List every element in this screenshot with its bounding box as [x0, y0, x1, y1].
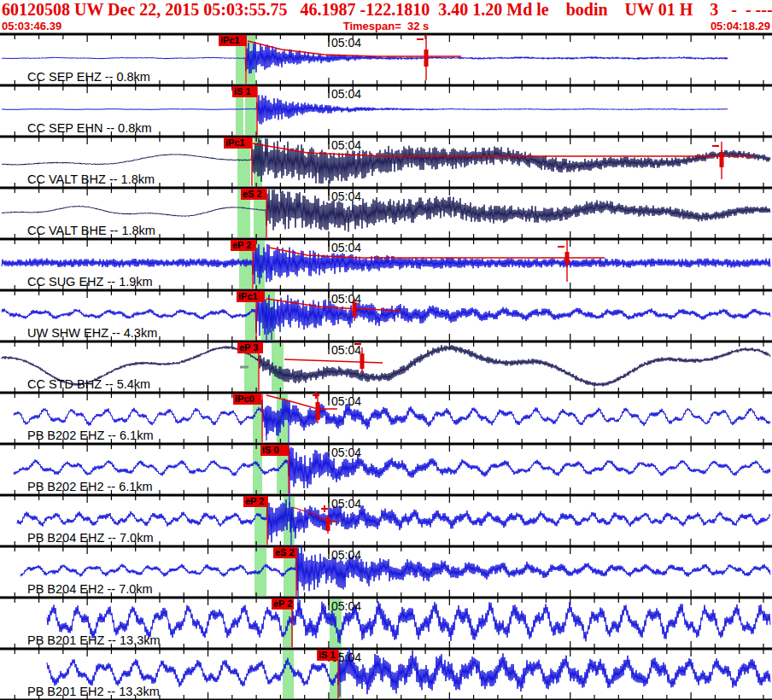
minute-label: 05:04 — [331, 241, 361, 254]
phase-pick-flag[interactable]: eS 2 — [273, 547, 297, 558]
phase-pick-flag[interactable]: iPc1 — [224, 137, 252, 149]
phase-pick-flag[interactable]: eP 2 — [231, 240, 256, 251]
seismogram-trace[interactable] — [2, 42, 728, 73]
seismic-pick-window: 60120508 UW Dec 22, 2015 05:03:55.75 46.… — [0, 0, 772, 700]
minute-label: 05:04 — [331, 446, 361, 459]
minute-label: 05:04 — [331, 599, 361, 613]
minute-label: 05:04 — [331, 343, 361, 357]
panel-border — [0, 392, 772, 394]
panel-border — [0, 494, 772, 497]
coda-decay-line — [253, 143, 755, 156]
coda-duration-handle[interactable] — [720, 152, 724, 167]
station-channel-label: PB B204 EH2 -- 7.0km — [27, 582, 153, 596]
coda-decay-line — [284, 359, 383, 363]
panel-border — [0, 33, 772, 36]
phase-pick-flag[interactable]: eS 2 — [241, 189, 266, 200]
phase-pick-flag[interactable]: iS 0 — [260, 445, 289, 456]
phase-pick-flag[interactable]: iPc1 — [237, 291, 265, 302]
phase-pick-flag[interactable]: iS 1 — [317, 650, 338, 661]
panel-border — [0, 443, 772, 446]
minute-label: 05:04 — [331, 138, 361, 152]
station-channel-label: PB B202 EH2 -- 6.1km — [27, 480, 153, 493]
coda-duration-handle[interactable] — [565, 252, 570, 265]
minute-label: 05:04 — [331, 292, 361, 306]
minute-label: 05:04 — [331, 87, 361, 101]
station-channel-label: CC SEP EHN -- 0.8km — [27, 121, 152, 135]
panel-border — [0, 187, 772, 190]
station-channel-label: PB B201 EH2 -- 13.3km — [27, 685, 160, 698]
phase-pick-flag[interactable]: eP 3 — [237, 342, 263, 353]
station-channel-label: CC SEP EHZ -- 0.8km — [27, 70, 150, 84]
coda-decay-line — [269, 248, 605, 258]
station-channel-label: UW SHW EHZ -- 4.3km — [27, 326, 157, 340]
minute-label: 05:04 — [331, 394, 361, 408]
panel-border — [0, 341, 772, 343]
minute-label: 05:04 — [331, 548, 361, 562]
station-channel-label: CC STD BHZ -- 5.4km — [27, 377, 150, 391]
panel-border — [0, 238, 772, 241]
minute-label: 05:04 — [331, 190, 361, 203]
panel-border — [0, 597, 772, 599]
station-channel-label: PB B204 EHZ -- 7.0km — [27, 531, 153, 545]
panel-border — [0, 648, 772, 650]
minute-label: 05:04 — [331, 36, 361, 50]
station-channel-label: PB B202 EHZ -- 6.1km — [27, 429, 153, 442]
coda-decay-line — [266, 395, 337, 409]
station-channel-label: CC SUG EHZ -- 1.9km — [27, 275, 153, 289]
seismogram-trace[interactable] — [2, 95, 728, 124]
station-channel-label: CC VALT BHE -- 1.8km — [27, 224, 155, 237]
phase-pick-flag[interactable]: iPc1 — [219, 35, 247, 46]
panel-border — [0, 85, 772, 87]
phase-pick-flag[interactable]: iS 1 — [232, 86, 257, 97]
minute-label: 05:04 — [331, 497, 361, 510]
phase-pick-flag[interactable]: eP 2 — [243, 496, 268, 507]
phase-pick-flag[interactable]: eP 2 — [272, 598, 294, 610]
coda-duration-handle[interactable] — [316, 402, 320, 420]
coda-duration-handle[interactable] — [326, 517, 330, 531]
coda-duration-handle[interactable] — [424, 50, 429, 67]
panel-border — [0, 545, 772, 548]
panel-border — [0, 289, 772, 292]
phase-pick-flag[interactable]: iPc0 — [233, 394, 261, 405]
station-channel-label: CC VALT BHZ -- 1.8km — [27, 172, 155, 186]
station-channel-label: PB B201 EHZ -- 13.3km — [27, 633, 161, 647]
panel-border — [0, 136, 772, 138]
